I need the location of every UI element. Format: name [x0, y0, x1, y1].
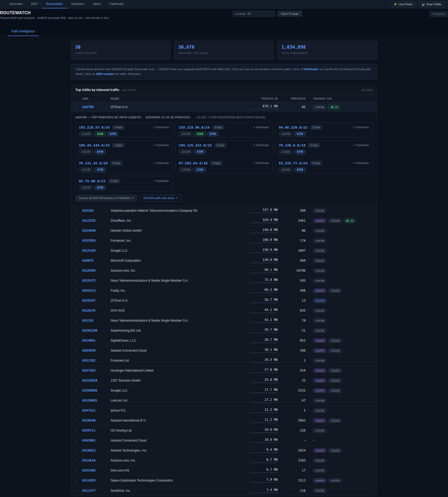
asn-link[interactable]: AS14618 [82, 459, 111, 462]
pathfinder-link[interactable]: ↗ Pathfinder [253, 126, 269, 129]
asn-link[interactable]: AS210558 [82, 379, 111, 382]
prefix-count: 1512 [278, 479, 306, 482]
pathfinder-link[interactable]: ↗ Pathfinder [153, 161, 169, 165]
prefix-card[interactable]: 79.131.32.0/19 2 hops ↗ Pathfinder 21628… [75, 158, 173, 173]
asn-link[interactable]: AS65001 [82, 439, 111, 442]
table-row[interactable]: › AS16625 Akamai Technologies, Inc. 9.4 … [71, 446, 377, 456]
asn-link[interactable]: AS25472 [82, 279, 111, 282]
asn-link[interactable]: AS54113 [82, 289, 111, 292]
table-row[interactable]: › AS29247 OTEnet S.A. 58.7 MB 13 AS6799 [71, 296, 377, 306]
prefix-card[interactable]: 85.75.80.0/21 2 hops ↗ Pathfinder 216285… [75, 176, 173, 191]
table-row[interactable]: › AS199081 Lancom Ltd. 17.2 MB 67 AS8280 [71, 396, 377, 406]
pathfinder-link[interactable]: ↗ Pathfinder [153, 179, 169, 183]
open-ip-page-button[interactable]: Open IP page [277, 11, 302, 17]
table-row[interactable]: › AS63949 Akamai Connected Cloud 38.1 MB… [71, 346, 377, 356]
table-row[interactable]: › AS51392 Fusioned Ltd 29.3 MB 1 AS8280 [71, 356, 377, 366]
transit-badges: AS6939AS8280 [306, 348, 373, 353]
prefix-card[interactable]: 79.130.0.0/19 2 hops ↗ Pathfinder 216285… [275, 140, 373, 155]
table-row[interactable]: › AS32934 Facebook, Inc. 160.9 MB 174 AS… [71, 236, 377, 246]
asn-link[interactable]: AS16276 [82, 309, 111, 312]
prefix-card[interactable]: 194.125.252.0/23 2 hops ↗ Pathfinder 216… [175, 140, 272, 155]
nav-tab-pathfinder[interactable]: Pathfinder [105, 0, 128, 8]
asn-link[interactable]: AS13335 [82, 219, 111, 222]
asn-link[interactable]: AS47521 [82, 409, 111, 412]
asn-link[interactable]: AS32934 [82, 239, 111, 242]
asn-link[interactable]: AS29247 [82, 299, 111, 302]
table-row[interactable]: › AS3329 Vodafone-panafon Hellenic Telec… [71, 206, 377, 216]
prefix-card[interactable]: 185.44.144.0/23 2 hops ↗ Pathfinder 2162… [75, 140, 173, 155]
table-row[interactable]: › AS15169 Google LLC 158.9 MB 1007 AS828… [71, 246, 377, 256]
asn-link[interactable]: AS3329 [82, 209, 111, 212]
nav-tab-bgp[interactable]: BGP [27, 0, 42, 8]
asn-link[interactable]: AS8075 [82, 259, 111, 262]
table-row[interactable]: › AS201200 SuperHosting.BG Ltd. 39.7 MB … [71, 326, 377, 336]
traffic-value: 11.3 MB [264, 418, 278, 422]
live-flows-button[interactable]: Live Flows [391, 1, 416, 7]
nav-tab-overview[interactable]: Overview [5, 0, 27, 8]
table-row[interactable]: › AS396982 Google LLC 17.7 MB 3322 AS693… [71, 386, 377, 396]
nav-tab-alerts[interactable]: Alerts [89, 0, 105, 8]
nav-tab-detection[interactable]: Detection [67, 0, 89, 8]
table-row[interactable]: › AS47521 IpHost P.C. 12.3 MB 5 AS8280 [71, 406, 377, 416]
table-row[interactable]: › AS11377 SendGrid, Inc. 7.4 MB 126 AS82… [71, 486, 377, 496]
prefix-card[interactable]: 94.66.220.0/22 2 hops ↗ Pathfinder 21628… [275, 122, 373, 138]
asn-link[interactable]: AS14593 [82, 479, 111, 482]
asn-link[interactable]: AS11377 [82, 489, 111, 493]
table-row[interactable]: › AS51468 One.com A/S 8.7 MB 17 AS8280 [71, 466, 377, 476]
prefix-card[interactable]: 193.218.96.0/24 3 hops ↗ Pathfinder 2162… [175, 122, 272, 138]
asn-link[interactable]: AS201200 [82, 329, 111, 332]
raw-fields-button[interactable]: Raw Fields [419, 1, 445, 7]
table-row[interactable]: › AS25472 Nova Telecommunications & Medi… [71, 276, 377, 286]
table-row[interactable]: › AS59711 HZ Hosting Ltd 10.8 MB 126 AS8… [71, 426, 377, 436]
asn-link[interactable]: AS24940 [82, 229, 111, 232]
refresh-button[interactable]: ↻ refresh [429, 11, 447, 17]
prefix-card[interactable]: 83.235.77.0/24 2 hops ↗ Pathfinder 21628… [275, 158, 373, 173]
pathfinder-link[interactable]: ↗ Pathfinder [353, 126, 369, 129]
asn-link[interactable]: AS14061 [82, 339, 111, 342]
table-row[interactable]: › AS24940 Hetzner Online GmbH 248.8 MB 8… [71, 226, 377, 236]
asn-link[interactable]: AS199081 [82, 399, 111, 402]
asn-link[interactable]: AS20940 [82, 419, 111, 422]
pathfinder-link[interactable]: ↗ Pathfinder [153, 126, 169, 129]
asn-link[interactable]: AS59711 [82, 429, 111, 432]
table-row[interactable]: › AS8075 Microsoft Corporation 136.0 MB … [71, 256, 377, 266]
prefix-card[interactable]: 193.218.97.0/24 3 hops ↗ Pathfinder 2162… [75, 122, 173, 138]
table-row[interactable]: › AS20940 Akamai International B.V. 11.3… [71, 416, 377, 426]
table-row[interactable]: › AS210558 1337 Services GmbH 25.8 MB 22… [71, 376, 377, 386]
asn-name: Amazon.com, Inc. [111, 459, 228, 462]
table-row[interactable]: › AS14593 Space Exploration Technologies… [71, 476, 377, 486]
traffic-drilldown-button[interactable]: AS6799 traffic drill-down ↗ [140, 195, 181, 202]
asn-link[interactable]: AS15169 [82, 249, 111, 252]
asn-link[interactable]: AS47583 [82, 369, 111, 372]
search-prefixes-button[interactable]: Search all AS6799 prefixes in Pathfinder… [75, 195, 137, 202]
table-row[interactable]: › AS47583 Hostinger International Limite… [71, 366, 377, 376]
prefix-card[interactable]: 87.203.64.0/18 2 hops ↗ Pathfinder 21628… [175, 158, 272, 173]
asn-link[interactable]: AS396982 [82, 389, 111, 392]
pathfinder-link[interactable]: ↗ Pathfinder [153, 144, 169, 147]
pathfinder-link[interactable]: ↗ Pathfinder [353, 161, 369, 165]
table-row[interactable]: › AS16509 Amazon.com, Inc. 96.1 MB 14796… [71, 266, 377, 276]
nav-tab-routewatch[interactable]: Routewatch [42, 0, 67, 8]
asn-link[interactable]: AS16625 [82, 449, 111, 452]
asn-link[interactable]: AS1241 [82, 319, 111, 322]
table-row[interactable]: › AS54113 Fastly, Inc. 66.2 MB 498 AS693… [71, 286, 377, 296]
pathfinder-link[interactable]: ↗ Pathfinder [353, 144, 369, 147]
table-row[interactable]: › AS65001 Akamai Connected Cloud 10.8 MB… [71, 436, 377, 446]
table-row[interactable]: › AS1241 Nova Telecommunications & Media… [71, 316, 377, 326]
pathfinder-link[interactable]: ↗ Pathfinder [253, 144, 269, 147]
tab-path-intelligence[interactable]: Path Intelligence [8, 27, 39, 36]
table-row[interactable]: › AS13335 Cloudflare, Inc. 329.4 MB 2461… [71, 216, 377, 226]
pathfinder-link[interactable]: ↗ Pathfinder [253, 161, 269, 165]
lookup-ip-input[interactable] [233, 11, 275, 17]
table-row[interactable]: › AS14618 Amazon.com, Inc. 8.7 MB 1283 A… [71, 456, 377, 466]
chevron-right-icon: › [75, 259, 82, 263]
asn-link[interactable]: AS63949 [82, 349, 111, 352]
page-subtitle: Passive BGP path analysis · GoBGP best-p… [0, 16, 109, 19]
table-row[interactable]: › AS14061 DigitalOcean, LLC 38.7 MB 852 … [71, 336, 377, 346]
asn-link[interactable]: AS16509 [82, 269, 111, 272]
table-row[interactable]: › AS16276 OVH SAS 44.2 MB 635 AS8280 [71, 306, 377, 316]
asn-link[interactable]: AS51468 [82, 469, 111, 472]
asn-link[interactable]: AS6799 [82, 105, 111, 109]
table-row[interactable]: › AS6799 OTEnet S.A. 879.1 MB 85 AS8280G… [71, 102, 377, 112]
asn-link[interactable]: AS51392 [82, 359, 111, 362]
